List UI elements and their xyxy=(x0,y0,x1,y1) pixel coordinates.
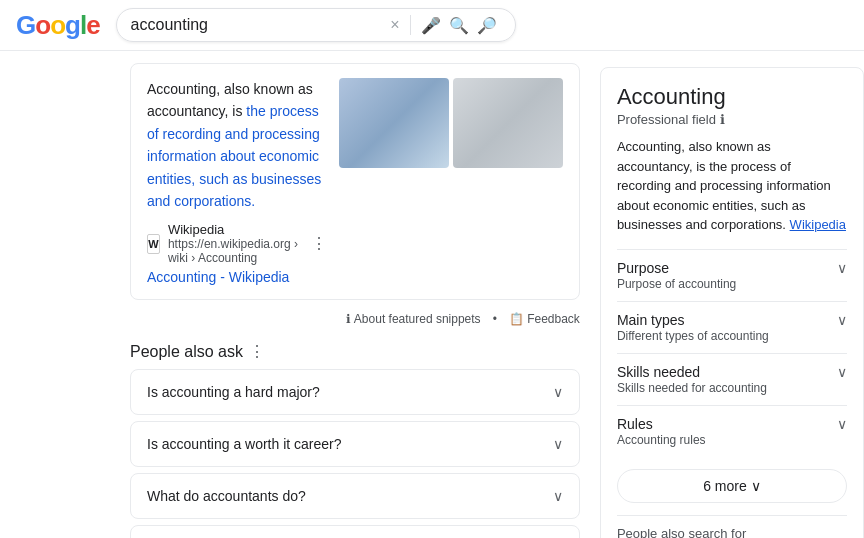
paa-chevron-2: ∨ xyxy=(553,488,563,504)
paa-item-3[interactable]: Is accounting a lot of math? ∨ xyxy=(130,525,580,538)
right-panel-subtitle: Professional field ℹ xyxy=(617,112,847,127)
right-section-chevron-0: ∨ xyxy=(837,260,847,276)
right-section-row-3[interactable]: Rules Accounting rules ∨ xyxy=(617,416,847,447)
six-more-button[interactable]: 6 more ∨ xyxy=(617,469,847,503)
about-snippets-link[interactable]: ℹ About featured snippets xyxy=(346,312,480,326)
right-subtitle-text: Professional field xyxy=(617,112,716,127)
info-icon: ℹ xyxy=(346,312,351,326)
right-section-chevron-1: ∨ xyxy=(837,312,847,328)
right-section-text-1: Main types Different types of accounting xyxy=(617,312,769,343)
right-subtitle-info-icon[interactable]: ℹ xyxy=(720,112,725,127)
snippet-source: W Wikipedia https://en.wikipedia.org › w… xyxy=(147,222,327,265)
right-section-sub-2: Skills needed for accounting xyxy=(617,381,767,395)
mic-icon[interactable]: 🎤 xyxy=(417,16,445,35)
paa-item-1[interactable]: Is accounting a worth it career? ∨ xyxy=(130,421,580,467)
right-section-3: Rules Accounting rules ∨ xyxy=(617,405,847,457)
right-wiki-link[interactable]: Wikipedia xyxy=(790,217,846,232)
right-section-row-1[interactable]: Main types Different types of accounting… xyxy=(617,312,847,343)
search-bar: accounting × 🎤 🔍 🔎 xyxy=(116,8,516,42)
right-section-chevron-3: ∨ xyxy=(837,416,847,432)
right-section-2: Skills needed Skills needed for accounti… xyxy=(617,353,847,405)
right-section-sub-3: Accounting rules xyxy=(617,433,706,447)
people-also-search: People also search for xyxy=(617,515,847,539)
snippet-more-options[interactable]: ⋮ xyxy=(311,234,327,253)
search-icon[interactable]: 🔎 xyxy=(473,16,501,35)
snippet-text-area: Accounting, also known as accountancy, i… xyxy=(147,78,327,285)
separator: • xyxy=(493,312,497,326)
paa-chevron-1: ∨ xyxy=(553,436,563,452)
paa-question-2: What do accountants do? xyxy=(147,488,306,504)
right-section-text-2: Skills needed Skills needed for accounti… xyxy=(617,364,767,395)
right-panel: Accounting Professional field ℹ Accounti… xyxy=(600,67,864,538)
right-section-text-3: Rules Accounting rules xyxy=(617,416,706,447)
right-section-title-3: Rules xyxy=(617,416,706,432)
snippet-image-calc xyxy=(339,78,449,168)
main-content: Accounting, also known as accountancy, i… xyxy=(0,51,864,538)
google-logo: Google xyxy=(16,10,100,41)
paa-title: People also ask xyxy=(130,343,243,361)
snippet-images xyxy=(339,78,563,285)
featured-snippet: Accounting, also known as accountancy, i… xyxy=(130,63,580,300)
wiki-favicon: W xyxy=(147,234,160,254)
search-input[interactable]: accounting xyxy=(131,16,387,34)
paa-item-2[interactable]: What do accountants do? ∨ xyxy=(130,473,580,519)
six-more-label: 6 more xyxy=(703,478,747,494)
right-section-title-2: Skills needed xyxy=(617,364,767,380)
right-section-title-0: Purpose xyxy=(617,260,736,276)
right-section-0: Purpose Purpose of accounting ∨ xyxy=(617,249,847,301)
snippet-source-name: Wikipedia xyxy=(168,222,303,237)
people-also-ask-section: People also ask ⋮ Is accounting a hard m… xyxy=(130,342,580,538)
search-divider xyxy=(410,15,411,35)
right-section-row-0[interactable]: Purpose Purpose of accounting ∨ xyxy=(617,260,847,291)
paa-question-1: Is accounting a worth it career? xyxy=(147,436,342,452)
paa-question-0: Is accounting a hard major? xyxy=(147,384,320,400)
right-section-row-2[interactable]: Skills needed Skills needed for accounti… xyxy=(617,364,847,395)
right-section-sub-0: Purpose of accounting xyxy=(617,277,736,291)
snippet-source-info: Wikipedia https://en.wikipedia.org › wik… xyxy=(168,222,303,265)
right-section-1: Main types Different types of accounting… xyxy=(617,301,847,353)
feedback-link[interactable]: 📋 Feedback xyxy=(509,312,580,326)
right-section-chevron-2: ∨ xyxy=(837,364,847,380)
snippet-source-url: https://en.wikipedia.org › wiki › Accoun… xyxy=(168,237,303,265)
about-snippets-text: About featured snippets xyxy=(354,312,481,326)
paa-more-options[interactable]: ⋮ xyxy=(249,342,265,361)
paa-header: People also ask ⋮ xyxy=(130,342,580,361)
right-section-sub-1: Different types of accounting xyxy=(617,329,769,343)
paa-chevron-0: ∨ xyxy=(553,384,563,400)
paa-item-0[interactable]: Is accounting a hard major? ∨ xyxy=(130,369,580,415)
clear-button[interactable]: × xyxy=(386,16,403,34)
right-panel-title: Accounting xyxy=(617,84,847,110)
left-column: Accounting, also known as accountancy, i… xyxy=(130,63,600,538)
snippet-image-table xyxy=(453,78,563,168)
six-more-chevron: ∨ xyxy=(751,478,761,494)
right-panel-desc: Accounting, also known as accountancy, i… xyxy=(617,137,847,235)
right-section-title-1: Main types xyxy=(617,312,769,328)
snippet-text: Accounting, also known as accountancy, i… xyxy=(147,78,327,212)
lens-icon[interactable]: 🔍 xyxy=(445,16,473,35)
header: Google accounting × 🎤 🔍 🔎 xyxy=(0,0,864,51)
about-snippets-bar: ℹ About featured snippets • 📋 Feedback xyxy=(130,312,580,326)
snippet-link[interactable]: Accounting - Wikipedia xyxy=(147,269,289,285)
right-section-text-0: Purpose Purpose of accounting xyxy=(617,260,736,291)
